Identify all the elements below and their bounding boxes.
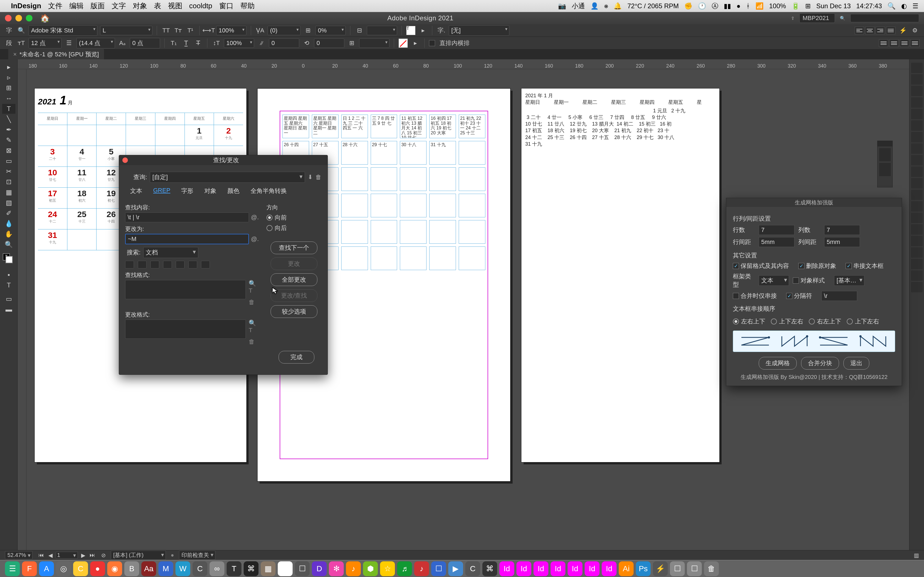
menu-type[interactable]: 文字 <box>111 1 126 11</box>
done-button[interactable]: 完成 <box>279 351 314 364</box>
gg-order-1[interactable]: 左右上下 <box>733 318 765 326</box>
dock-app[interactable]: 13 <box>278 561 292 576</box>
panel-links-icon[interactable] <box>911 86 922 96</box>
menu-help[interactable]: 帮助 <box>240 1 255 11</box>
menu-view[interactable]: 视图 <box>168 1 183 11</box>
gg-generate-button[interactable]: 生成网格 <box>759 357 797 369</box>
dock-app[interactable]: ♪ <box>346 561 361 576</box>
panel-swatches-icon[interactable] <box>911 120 922 131</box>
direct-selection-tool[interactable]: ▹ <box>2 73 15 82</box>
pencil-tool[interactable]: ✎ <box>2 135 15 145</box>
rotate-icon[interactable]: ⟲ <box>302 39 311 47</box>
char-format-icon[interactable]: 字 <box>5 26 14 35</box>
search-font-icon[interactable]: 🔍 <box>16 26 26 35</box>
dock-app[interactable]: Id <box>602 561 617 576</box>
find-change-dialog[interactable]: 查找/更改 查询: [自定] ⬇ 🗑 文本 GREP 字形 对象 颜色 全角半角… <box>119 155 328 375</box>
panel-effects-icon[interactable] <box>911 190 922 200</box>
dock-app[interactable]: ⌘ <box>244 561 258 576</box>
menu-edit[interactable]: 编辑 <box>69 1 84 11</box>
change-special-icon[interactable]: @. <box>251 235 259 243</box>
find-what-input[interactable] <box>125 213 249 222</box>
tracking-input[interactable]: 0% <box>315 26 346 35</box>
dock-app[interactable]: ☐ <box>431 561 446 576</box>
charstyle-dropdown[interactable]: [无] <box>449 25 509 36</box>
change-to-input[interactable] <box>125 234 249 244</box>
pen-tool[interactable]: ✒ <box>2 125 15 135</box>
gg-cgap-input[interactable] <box>824 237 860 247</box>
smallcaps-icon[interactable]: Tᴛ <box>173 26 183 35</box>
dock-app[interactable]: M <box>158 561 173 576</box>
panel-a-icon[interactable] <box>911 247 922 258</box>
stroke-swatch[interactable] <box>399 39 408 48</box>
find-next-button[interactable]: 查找下一个 <box>271 242 317 254</box>
panel-table-icon[interactable] <box>911 282 922 292</box>
dock-app[interactable]: ◎ <box>56 561 71 576</box>
preflight-status[interactable]: 印前检查关 <box>179 551 215 560</box>
gg-chk-del[interactable]: 删除原对象 <box>798 262 836 270</box>
panel-glyphs-icon[interactable] <box>911 236 922 246</box>
siri-icon[interactable]: ◐ <box>901 2 907 10</box>
app-name[interactable]: InDesign <box>11 2 41 10</box>
opt-locked-stories-icon[interactable] <box>138 261 147 268</box>
fontsize-icon[interactable]: ᴛT <box>16 39 26 47</box>
strikethrough-icon[interactable]: T̶ <box>193 39 203 47</box>
dock-app[interactable]: ▦ <box>261 561 276 576</box>
align-left-button[interactable] <box>855 27 864 34</box>
structure-icon[interactable]: ▥ <box>914 552 919 559</box>
dock-app[interactable]: Ps <box>636 561 651 576</box>
selection-tool[interactable]: ▸ <box>2 62 15 72</box>
preflight-off-icon[interactable]: ⊘ <box>101 552 106 559</box>
a-icon[interactable]: Ⓐ <box>712 2 718 10</box>
baseline-icon[interactable]: Aₐ <box>118 39 127 47</box>
battery-bars-icon[interactable]: ▮▮ <box>724 2 731 10</box>
dock-app[interactable]: D <box>312 561 327 576</box>
skew-icon[interactable]: ⫽ <box>257 39 266 47</box>
wifi-icon[interactable]: 📶 <box>755 2 764 10</box>
gg-sep-input[interactable] <box>821 291 857 301</box>
panel-info-icon[interactable] <box>911 270 922 281</box>
hscale-icon[interactable]: ⟷T <box>204 26 213 35</box>
panel-cc-icon[interactable] <box>911 132 922 142</box>
opt-locked-layers-icon[interactable] <box>125 261 134 268</box>
maximize-window-button[interactable] <box>26 15 32 21</box>
gg-rgap-input[interactable] <box>759 237 795 247</box>
opt-master-pages-icon[interactable] <box>163 261 172 268</box>
menu-table[interactable]: 表 <box>154 1 161 11</box>
baseline-input[interactable]: 0 点 <box>130 38 160 48</box>
menu-cooldtp[interactable]: cooldtp <box>189 2 212 10</box>
skew-input[interactable]: 0 <box>269 39 299 48</box>
gg-order-2[interactable]: 上下左右 <box>771 318 803 326</box>
home-icon[interactable]: 🏠 <box>40 14 50 23</box>
font-family-dropdown[interactable]: Adobe 宋体 Std <box>29 25 97 36</box>
panel-pathfinder-icon[interactable] <box>911 224 922 235</box>
panel-align-icon[interactable] <box>911 213 922 223</box>
panel-gradient-icon[interactable] <box>911 143 922 154</box>
dock-app[interactable]: Id <box>551 561 565 576</box>
kerning-input[interactable]: (0) <box>268 26 300 35</box>
vscale-input[interactable]: 100% <box>224 39 254 48</box>
dock-app[interactable]: Id <box>533 561 548 576</box>
panel-objectstyles-icon[interactable] <box>911 155 922 165</box>
note-tool[interactable]: ✐ <box>2 208 15 218</box>
dock-app[interactable]: ♪ <box>414 561 429 576</box>
tab-text[interactable]: 文本 <box>125 185 147 197</box>
view-mode-preview[interactable]: ▬ <box>2 305 15 314</box>
mojikumi-dropdown[interactable] <box>359 39 389 48</box>
direction-forward-radio[interactable]: 向前 <box>267 213 321 222</box>
fill-stroke-toggle[interactable]: T <box>2 254 15 264</box>
hand-tool[interactable]: ✋ <box>2 229 15 239</box>
dock-app[interactable]: ☐ <box>687 561 702 576</box>
close-window-button[interactable] <box>5 15 11 21</box>
user-icon[interactable]: 👤 <box>590 2 599 10</box>
rectangle-tool[interactable]: ▭ <box>2 156 15 166</box>
save-query-icon[interactable]: ⬇ <box>308 174 313 181</box>
gg-exit-button[interactable]: 退出 <box>843 357 869 369</box>
opt-footnotes-icon[interactable] <box>176 261 184 268</box>
view-mode-normal[interactable]: ▭ <box>2 294 15 304</box>
dot-icon[interactable]: ● <box>737 2 741 10</box>
grid-icon[interactable]: ⊞ <box>805 2 811 10</box>
opt-hidden-layers-icon[interactable] <box>150 261 159 268</box>
gg-ftype-dropdown[interactable]: 文本 <box>759 275 789 286</box>
clear-change-format-icon[interactable]: 🗑 <box>249 338 259 345</box>
dock-app[interactable]: ☐ <box>670 561 685 576</box>
